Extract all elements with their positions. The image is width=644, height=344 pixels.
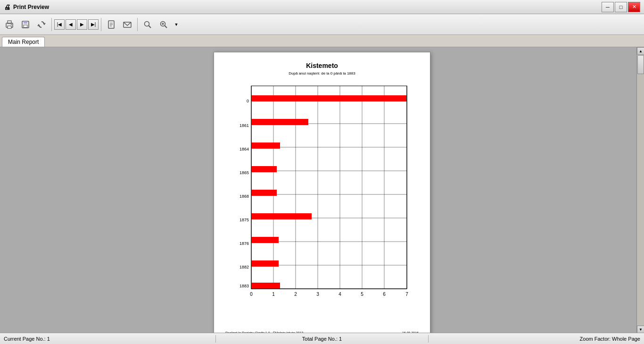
title-bar-left: 🖨 Print Preview xyxy=(4,3,49,11)
svg-text:0: 0 xyxy=(247,99,249,103)
svg-rect-40 xyxy=(252,119,308,125)
svg-line-13 xyxy=(149,25,151,28)
svg-text:4: 4 xyxy=(339,292,341,297)
chart-subtitle: După anul naşterii: de la 0 până la 1883 xyxy=(225,71,419,76)
save-button[interactable] xyxy=(18,17,33,32)
total-page-label: Total Page No.: 1 xyxy=(302,336,342,342)
current-page-label: Current Page No.: 1 xyxy=(4,336,50,342)
find-button[interactable] xyxy=(140,17,155,32)
title-bar-controls: ─ □ ✕ xyxy=(602,2,640,12)
svg-text:1875: 1875 xyxy=(239,218,249,222)
svg-text:1876: 1876 xyxy=(239,241,249,246)
nav-last-button[interactable]: ▶| xyxy=(88,19,99,30)
svg-rect-52 xyxy=(252,213,312,219)
chart-footer: Realizat în Registru Cimitir 1.0 - ©Moln… xyxy=(225,329,419,333)
chart-area: 0 1 2 3 4 5 6 7 0 1861 1864 xyxy=(225,81,419,325)
zoom-dropdown-button[interactable]: ▼ xyxy=(172,17,181,32)
main-report-tab[interactable]: Main Report xyxy=(2,37,45,47)
print-button[interactable] xyxy=(2,17,17,32)
svg-rect-46 xyxy=(252,166,277,172)
svg-point-3 xyxy=(11,24,12,25)
svg-text:6: 6 xyxy=(383,292,386,297)
main-content-area: Kistemeto După anul naşterii: de la 0 pâ… xyxy=(0,47,644,333)
zoom-button[interactable] xyxy=(156,17,171,32)
svg-rect-5 xyxy=(24,21,27,24)
svg-text:1883: 1883 xyxy=(239,284,249,288)
separator-2 xyxy=(101,18,101,31)
separator-1 xyxy=(51,18,52,31)
close-button[interactable]: ✕ xyxy=(628,2,640,12)
maximize-button[interactable]: □ xyxy=(615,2,627,12)
window-title: Print Preview xyxy=(13,4,49,10)
email-button[interactable] xyxy=(120,17,135,32)
scroll-up-button[interactable]: ▲ xyxy=(637,47,644,55)
svg-line-15 xyxy=(165,25,167,28)
zoom-section: Zoom Factor: Whole Page xyxy=(429,336,640,342)
current-page-section: Current Page No.: 1 xyxy=(4,336,215,342)
status-bar: Current Page No.: 1 Total Page No.: 1 Zo… xyxy=(0,333,644,344)
footer-date: 16.09.2016 xyxy=(402,331,419,333)
bar-chart-svg: 0 1 2 3 4 5 6 7 0 1861 1864 xyxy=(225,81,419,308)
svg-point-12 xyxy=(145,21,149,26)
svg-text:1868: 1868 xyxy=(239,194,249,199)
svg-rect-60 xyxy=(252,283,280,289)
scroll-thumb[interactable] xyxy=(637,55,644,74)
toolbar: |◀ ◀ ▶ ▶| ▼ xyxy=(0,14,644,35)
svg-rect-18 xyxy=(251,86,407,289)
minimize-button[interactable]: ─ xyxy=(602,2,614,12)
nav-next-button[interactable]: ▶ xyxy=(77,19,87,30)
svg-text:2: 2 xyxy=(294,292,297,297)
app-icon: 🖨 xyxy=(4,3,10,11)
svg-rect-49 xyxy=(252,190,277,196)
svg-rect-55 xyxy=(252,237,279,243)
svg-text:1861: 1861 xyxy=(239,123,249,128)
svg-text:1864: 1864 xyxy=(239,147,249,151)
svg-rect-58 xyxy=(252,260,279,267)
nav-first-button[interactable]: |◀ xyxy=(54,19,65,30)
page-setup-button[interactable] xyxy=(104,17,119,32)
scroll-down-button[interactable]: ▼ xyxy=(637,326,644,333)
separator-3 xyxy=(137,18,138,31)
svg-rect-6 xyxy=(24,25,27,27)
svg-text:0: 0 xyxy=(250,292,253,297)
nav-prev-button[interactable]: ◀ xyxy=(66,19,76,30)
svg-text:7: 7 xyxy=(405,292,408,297)
scrollbar[interactable]: ▲ ▼ xyxy=(636,47,644,333)
svg-text:5: 5 xyxy=(361,292,363,297)
svg-rect-1 xyxy=(8,26,11,28)
footer-credit: Realizat în Registru Cimitir 1.0 - ©Moln… xyxy=(225,331,303,333)
svg-rect-37 xyxy=(252,95,406,101)
chart-title: Kistemeto xyxy=(225,62,419,69)
title-bar: 🖨 Print Preview ─ □ ✕ xyxy=(0,0,644,14)
svg-text:3: 3 xyxy=(316,292,319,297)
tab-bar: Main Report xyxy=(0,35,644,47)
svg-text:1865: 1865 xyxy=(239,170,249,175)
svg-rect-43 xyxy=(252,143,280,149)
svg-text:1882: 1882 xyxy=(239,265,249,269)
refresh-button[interactable] xyxy=(34,17,49,32)
zoom-label: Zoom Factor: Whole Page xyxy=(580,336,640,342)
total-page-section: Total Page No.: 1 xyxy=(216,336,428,342)
svg-text:1: 1 xyxy=(272,292,275,297)
print-preview-paper: Kistemeto După anul naşterii: de la 0 pâ… xyxy=(214,52,430,333)
